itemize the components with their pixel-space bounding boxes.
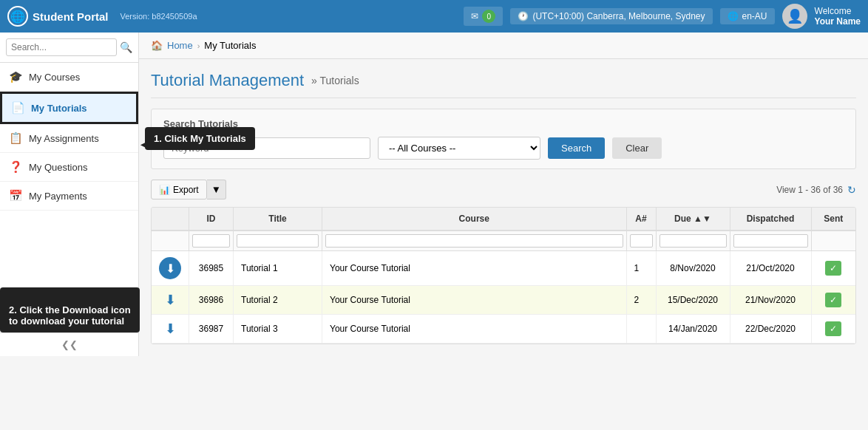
language-label: en-AU bbox=[742, 11, 767, 21]
refresh-icon[interactable]: ↻ bbox=[847, 184, 856, 196]
sidebar-item-label: My Courses bbox=[29, 72, 80, 83]
sidebar-item-my-courses[interactable]: 🎓 My Courses bbox=[0, 63, 138, 92]
filter-cell-download bbox=[152, 231, 189, 251]
cell-due-2: 15/Dec/2020 bbox=[656, 286, 730, 315]
sidebar-item-my-payments[interactable]: 📅 My Payments bbox=[0, 182, 138, 211]
filter-title-input[interactable] bbox=[237, 234, 319, 248]
tutorials-table-container: ID Title Course A# Due ▲▼ Dispatched Sen… bbox=[151, 207, 856, 344]
col-header-id[interactable]: ID bbox=[189, 208, 234, 231]
filter-cell-title bbox=[234, 231, 322, 251]
col-header-title[interactable]: Title bbox=[234, 208, 322, 231]
filter-due-input[interactable] bbox=[660, 234, 727, 248]
view-count-label: View 1 - 36 of 36 bbox=[776, 185, 843, 195]
filter-cell-sent bbox=[811, 231, 855, 251]
cell-due-3: 14/Jan/2020 bbox=[656, 315, 730, 344]
cell-dispatched-2: 21/Nov/2020 bbox=[730, 286, 811, 315]
welcome-text: Welcome Your Name bbox=[815, 6, 861, 27]
sidebar-item-my-questions[interactable]: ❓ My Questions bbox=[0, 153, 138, 182]
export-group: 📊 Export ▼ bbox=[151, 180, 226, 199]
avatar[interactable]: 👤 bbox=[782, 4, 807, 29]
page-title: Tutorial Management bbox=[151, 71, 304, 90]
download-arrow-icon-2[interactable]: ⬇ bbox=[159, 292, 181, 308]
download-arrow-icon-3[interactable]: ⬇ bbox=[159, 321, 181, 337]
sidebar-nav: 🎓 My Courses 📄 My Tutorials 📋 My Assignm… bbox=[0, 63, 138, 211]
sidebar-search-input[interactable] bbox=[6, 38, 117, 56]
language-nav-item[interactable]: 🌐 en-AU bbox=[720, 8, 775, 24]
courses-icon: 🎓 bbox=[9, 70, 23, 83]
search-icon[interactable]: 🔍 bbox=[120, 41, 132, 53]
app-version: Version: b82450509a bbox=[121, 12, 197, 21]
questions-icon: ❓ bbox=[9, 160, 23, 174]
export-label: Export bbox=[173, 185, 199, 195]
timezone-nav-item[interactable]: 🕐 (UTC+10:00) Canberra, Melbourne, Sydne… bbox=[510, 8, 712, 24]
cell-dispatched-3: 22/Dec/2020 bbox=[730, 315, 811, 344]
tutorials-table: ID Title Course A# Due ▲▼ Dispatched Sen… bbox=[152, 208, 855, 344]
sent-badge-3: ✓ bbox=[825, 321, 841, 336]
cell-dispatched-1: 21/Oct/2020 bbox=[730, 251, 811, 286]
top-navbar: 🌐 Student Portal Version: b82450509a ✉ 0… bbox=[0, 0, 868, 33]
sidebar-search-bar[interactable]: 🔍 bbox=[0, 33, 138, 63]
col-header-dispatched[interactable]: Dispatched bbox=[730, 208, 811, 231]
assignments-icon: 📋 bbox=[9, 132, 23, 145]
col-header-download bbox=[152, 208, 189, 231]
tutorials-icon: 📄 bbox=[11, 101, 25, 115]
sidebar-item-my-tutorials[interactable]: 📄 My Tutorials bbox=[0, 92, 138, 124]
sidebar-item-label: My Assignments bbox=[29, 133, 99, 144]
cell-sent-2: ✓ bbox=[811, 286, 855, 315]
search-button[interactable]: Search bbox=[548, 137, 605, 159]
collapse-icon: ❮❮ bbox=[61, 339, 78, 350]
filter-anum-input[interactable] bbox=[630, 234, 653, 248]
search-box: Search Tutorials -- All Courses -- Cours… bbox=[151, 109, 856, 169]
filter-dispatched-input[interactable] bbox=[733, 234, 808, 248]
main-content: 🏠 Home › My Tutorials Tutorial Managemen… bbox=[139, 33, 868, 356]
email-icon: ✉ bbox=[471, 11, 478, 21]
filter-cell-course bbox=[322, 231, 627, 251]
language-globe-icon: 🌐 bbox=[728, 11, 739, 21]
col-header-due[interactable]: Due ▲▼ bbox=[656, 208, 730, 231]
filter-cell-id bbox=[189, 231, 234, 251]
email-nav-item[interactable]: ✉ 0 bbox=[464, 7, 503, 26]
page-content: Tutorial Management » Tutorials Search T… bbox=[139, 59, 868, 356]
app-title: Student Portal bbox=[33, 10, 109, 23]
cell-id-1: 36985 bbox=[189, 251, 234, 286]
table-filter-row bbox=[152, 231, 855, 251]
clear-button[interactable]: Clear bbox=[612, 137, 662, 159]
filter-course-input[interactable] bbox=[325, 234, 623, 248]
export-button[interactable]: 📊 Export bbox=[151, 180, 207, 199]
table-row: ⬇ 36987 Tutorial 3 Your Course Tutorial … bbox=[152, 315, 855, 344]
cell-title-1: Tutorial 1 bbox=[234, 251, 322, 286]
breadcrumb-home-link[interactable]: Home bbox=[167, 40, 193, 51]
clock-icon: 🕐 bbox=[518, 11, 529, 21]
cell-due-1: 8/Nov/2020 bbox=[656, 251, 730, 286]
cell-anum-2: 2 bbox=[626, 286, 656, 315]
breadcrumb-current: My Tutorials bbox=[204, 40, 256, 51]
download-circle-button-1[interactable]: ⬇ bbox=[159, 257, 181, 279]
table-header-row: ID Title Course A# Due ▲▼ Dispatched Sen… bbox=[152, 208, 855, 231]
export-dropdown-button[interactable]: ▼ bbox=[207, 180, 226, 199]
sidebar-item-label: My Payments bbox=[29, 191, 87, 202]
search-row: -- All Courses -- Course 1 Course 2 Sear… bbox=[163, 137, 844, 160]
course-select[interactable]: -- All Courses -- Course 1 Course 2 bbox=[378, 137, 540, 160]
cell-sent-1: ✓ bbox=[811, 251, 855, 286]
table-row: ⬇ 36986 Tutorial 2 Your Course Tutorial … bbox=[152, 286, 855, 315]
filter-id-input[interactable] bbox=[192, 234, 230, 248]
timezone-label: (UTC+10:00) Canberra, Melbourne, Sydney bbox=[532, 11, 705, 21]
cell-title-3: Tutorial 3 bbox=[234, 315, 322, 344]
col-header-course[interactable]: Course bbox=[322, 208, 627, 231]
breadcrumb-separator: › bbox=[197, 41, 200, 50]
chevron-down-icon: ▼ bbox=[211, 184, 221, 195]
cell-sent-3: ✓ bbox=[811, 315, 855, 344]
brand-logo[interactable]: 🌐 Student Portal bbox=[7, 6, 109, 27]
sidebar-collapse-button[interactable]: ❮❮ bbox=[0, 332, 138, 356]
sent-badge-2: ✓ bbox=[825, 293, 841, 307]
globe-icon: 🌐 bbox=[7, 6, 28, 27]
sidebar-item-my-assignments[interactable]: 📋 My Assignments bbox=[0, 124, 138, 153]
sidebar-item-label: My Questions bbox=[29, 162, 87, 173]
email-badge: 0 bbox=[482, 10, 495, 23]
annotation-tooltip-1: 1. Click My Tutorials bbox=[145, 127, 255, 150]
col-header-a-num[interactable]: A# bbox=[626, 208, 656, 231]
table-row: ⬇ 36985 Tutorial 1 Your Course Tutorial … bbox=[152, 251, 855, 286]
cell-title-2: Tutorial 2 bbox=[234, 286, 322, 315]
col-header-sent[interactable]: Sent bbox=[811, 208, 855, 231]
home-icon: 🏠 bbox=[151, 40, 163, 51]
